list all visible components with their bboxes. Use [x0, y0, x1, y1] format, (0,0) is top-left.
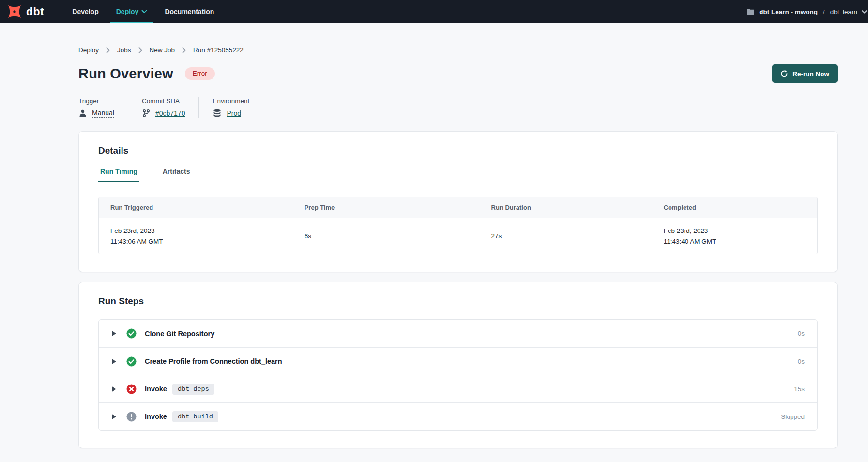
- error-x-icon: [126, 384, 137, 394]
- col-run-duration: Run Duration: [480, 197, 652, 218]
- caret-right-icon[interactable]: [111, 358, 117, 365]
- caret-right-icon[interactable]: [111, 330, 117, 337]
- dbt-logo-icon: [7, 4, 22, 19]
- details-tabs: Run Timing Artifacts: [98, 168, 818, 182]
- col-prep-time: Prep Time: [293, 197, 480, 218]
- trigger-label: Trigger: [78, 97, 114, 105]
- col-run-triggered: Run Triggered: [99, 197, 293, 218]
- step-duration: 0s: [798, 330, 805, 337]
- step-name: Invoke: [145, 385, 167, 393]
- nav-item-label: Deploy: [116, 8, 139, 15]
- nav-item-label: Documentation: [165, 8, 214, 15]
- step-name: Invoke: [145, 413, 167, 420]
- project-name: dbt_learn: [830, 8, 857, 15]
- chevron-right-icon: [106, 47, 110, 53]
- database-icon: [213, 109, 222, 118]
- chevron-down-icon: [862, 10, 867, 14]
- step-clone-git-repository[interactable]: Clone Git Repository 0s: [99, 320, 817, 347]
- account-separator: /: [822, 8, 826, 15]
- chevron-right-icon: [138, 47, 142, 53]
- person-icon: [78, 109, 87, 118]
- cell-prep-time: 6s: [293, 218, 480, 254]
- step-name: Clone Git Repository: [145, 330, 214, 338]
- status-badge: Error: [185, 67, 215, 80]
- environment-label: Environment: [213, 97, 249, 105]
- breadcrumb-new-job[interactable]: New Job: [150, 46, 175, 54]
- meta-environment: Environment Prod: [198, 97, 263, 118]
- success-check-icon: [126, 356, 137, 367]
- step-duration: 0s: [798, 358, 805, 365]
- success-check-icon: [126, 328, 137, 339]
- dbt-logo[interactable]: dbt: [0, 0, 51, 23]
- cell-run-triggered: Feb 23rd, 2023 11:43:06 AM GMT: [99, 218, 293, 254]
- col-completed: Completed: [652, 197, 817, 218]
- commit-sha-label: Commit SHA: [142, 97, 185, 105]
- trigger-value[interactable]: Manual: [92, 109, 114, 118]
- run-overview-page: Deploy Jobs New Job Run #125055222 Run O…: [0, 46, 868, 448]
- run-timing-table: Run Triggered Prep Time Run Duration Com…: [98, 197, 818, 254]
- run-steps-title: Run Steps: [98, 296, 818, 307]
- environment-link[interactable]: Prod: [227, 109, 241, 117]
- breadcrumb-deploy[interactable]: Deploy: [78, 46, 99, 54]
- title-row: Run Overview Error Re-run Now: [78, 64, 838, 83]
- step-duration: Skipped: [781, 413, 805, 420]
- tab-run-timing[interactable]: Run Timing: [98, 168, 139, 182]
- nav-item-develop[interactable]: Develop: [63, 0, 107, 23]
- cell-completed: Feb 23rd, 2023 11:43:40 AM GMT: [652, 218, 817, 254]
- account-project-switcher[interactable]: dbt Learn - mwong / dbt_learn: [746, 0, 868, 23]
- step-invoke-dbt-build[interactable]: Invoke dbt build Skipped: [99, 402, 817, 430]
- breadcrumb-run-number: Run #125055222: [193, 46, 244, 54]
- step-invoke-dbt-deps[interactable]: Invoke dbt deps 15s: [99, 375, 817, 402]
- meta-trigger: Trigger Manual: [78, 97, 128, 118]
- folder-icon: [746, 8, 755, 15]
- table-header-row: Run Triggered Prep Time Run Duration Com…: [99, 197, 817, 218]
- tab-artifacts[interactable]: Artifacts: [161, 168, 192, 182]
- step-name: Create Profile from Connection dbt_learn: [145, 357, 282, 365]
- run-steps-card: Run Steps Clone Git Repository 0s Create…: [78, 282, 838, 448]
- rerun-now-button[interactable]: Re-run Now: [772, 64, 838, 83]
- step-command-chip: dbt deps: [172, 384, 214, 395]
- account-name: dbt Learn - mwong: [759, 8, 818, 15]
- page-title: Run Overview: [78, 66, 173, 82]
- chevron-right-icon: [182, 47, 186, 53]
- table-row: Feb 23rd, 2023 11:43:06 AM GMT 6s 27s Fe…: [99, 218, 817, 254]
- chevron-down-icon: [141, 10, 147, 14]
- step-duration: 15s: [794, 385, 805, 393]
- breadcrumb-jobs[interactable]: Jobs: [117, 46, 131, 54]
- step-command-chip: dbt build: [172, 411, 218, 422]
- caret-right-icon[interactable]: [111, 386, 117, 392]
- meta-commit-sha: Commit SHA #0cb7170: [128, 97, 199, 118]
- nav-item-documentation[interactable]: Documentation: [156, 0, 223, 23]
- cell-run-duration: 27s: [480, 218, 652, 254]
- nav-items: Develop Deploy Documentation: [63, 0, 223, 23]
- details-title: Details: [98, 145, 818, 156]
- dbt-logo-text: dbt: [26, 5, 44, 18]
- top-nav: dbt Develop Deploy Documentation dbt Lea…: [0, 0, 868, 23]
- commit-sha-link[interactable]: #0cb7170: [155, 109, 185, 117]
- caret-right-icon[interactable]: [111, 414, 117, 420]
- skipped-exclamation-icon: [126, 412, 137, 422]
- steps-list: Clone Git Repository 0s Create Profile f…: [98, 319, 818, 431]
- refresh-icon: [780, 70, 788, 77]
- nav-item-deploy[interactable]: Deploy: [107, 0, 156, 23]
- run-meta-row: Trigger Manual Commit SHA #0cb7170: [78, 97, 838, 118]
- details-card: Details Run Timing Artifacts Run Trigger…: [78, 131, 838, 272]
- breadcrumb: Deploy Jobs New Job Run #125055222: [78, 46, 838, 54]
- git-branch-icon: [142, 109, 151, 118]
- step-create-profile[interactable]: Create Profile from Connection dbt_learn…: [99, 347, 817, 375]
- nav-item-label: Develop: [72, 8, 98, 15]
- rerun-now-label: Re-run Now: [792, 70, 829, 77]
